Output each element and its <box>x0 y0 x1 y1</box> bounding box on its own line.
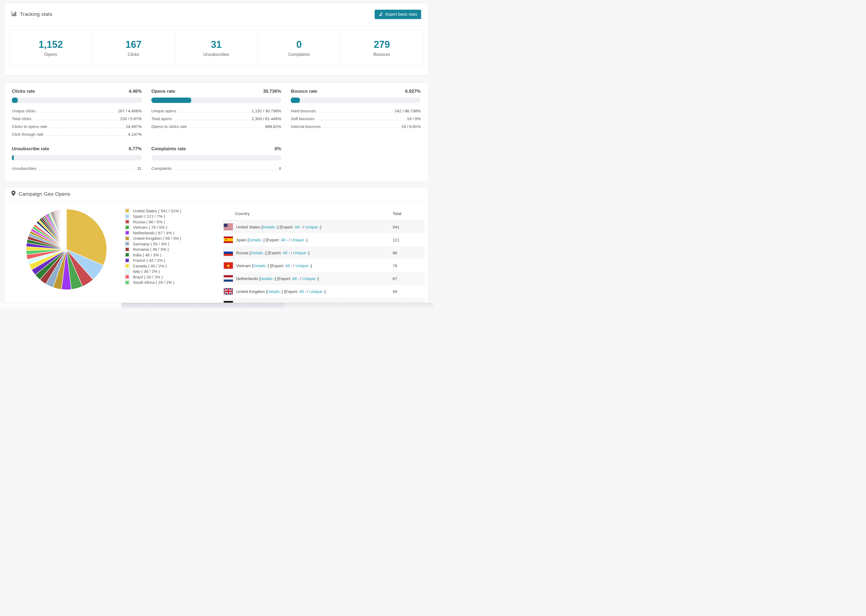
rate-row: Soft bounces18 / 0% <box>291 116 420 121</box>
table-body: United States [Details ›] [Export: All ›… <box>223 220 425 303</box>
export-basic-stats-button[interactable]: Export basic stats <box>375 10 421 19</box>
rate-row-label: Internal bounces <box>291 124 321 129</box>
country-cell: United Kingdom [Details ›] [Export: All … <box>224 288 393 295</box>
export-unique-link[interactable]: Unique › <box>305 225 320 229</box>
rate-row-value: 1,152 / 30.736% <box>252 108 281 113</box>
legend-item[interactable]: India ( 46 / 3% ) <box>125 252 181 258</box>
legend-swatch-color <box>126 270 129 273</box>
progress-bar-fill <box>12 155 14 160</box>
rate-title: Complaints rate <box>151 146 186 152</box>
dotted-leader <box>174 170 277 170</box>
export-unique-link[interactable]: Unique › <box>293 250 309 255</box>
rate-row: Internal bounces19 / 6.81% <box>291 124 420 129</box>
rate-value: 0.77% <box>129 146 142 152</box>
legend-item[interactable]: Canada ( 40 / 2% ) <box>125 263 181 269</box>
export-all-link[interactable]: All › <box>283 250 290 255</box>
export-all-link[interactable]: All › <box>281 237 288 242</box>
country-cell: Netherlands [Details ›] [Export: All › /… <box>224 275 393 282</box>
rate-row: Click through rate4.147% <box>12 132 142 137</box>
legend-swatch <box>125 263 130 268</box>
summary-stats-row: 1,152Opens167Clicks31Unsubscribes0Compla… <box>9 30 423 66</box>
export-all-link[interactable]: All › <box>292 276 299 281</box>
legend-item[interactable]: Vietnam ( 79 / 5% ) <box>125 225 181 230</box>
rate-row-label: Unsubscribes <box>12 166 36 171</box>
export-unique-link[interactable]: Unique › <box>296 263 311 268</box>
rate-row: Unsubscribes31 <box>12 166 142 171</box>
legend-swatch-color <box>126 259 129 262</box>
rate-rows: Unique clicks167 / 4.456%Total clicks220… <box>12 108 142 137</box>
rate-block: Opens rate30.736%Unique opens1,152 / 30.… <box>151 89 281 137</box>
legend-item[interactable]: Italy ( 36 / 2% ) <box>125 269 181 274</box>
legend-item[interactable]: Germany ( 55 / 3% ) <box>125 241 181 247</box>
stat-value: 279 <box>374 39 390 50</box>
details-link[interactable]: Details › <box>253 263 268 268</box>
details-link[interactable]: Details › <box>249 237 264 242</box>
legend-item[interactable]: Brazil ( 33 / 2% ) <box>125 274 181 280</box>
rate-title: Clicks rate <box>12 89 35 94</box>
rate-value: 4.46% <box>129 89 142 94</box>
bracket-text: ] <box>318 276 319 281</box>
progress-bar-track <box>151 155 281 160</box>
rate-head: Clicks rate4.46% <box>12 89 142 94</box>
export-all-link[interactable]: All › <box>285 263 292 268</box>
rate-row-label: Total opens <box>151 116 172 121</box>
de-flag-icon <box>224 301 233 303</box>
legend-item[interactable]: France ( 42 / 2% ) <box>125 258 181 263</box>
country-cell: Spain [Details ›] [Export: All › / Uniqu… <box>224 237 393 243</box>
legend-item[interactable]: Romania ( 49 / 3% ) <box>125 247 181 252</box>
details-link[interactable]: Details › <box>267 289 282 294</box>
rate-title: Opens rate <box>151 89 175 94</box>
stat-value: 31 <box>211 39 222 50</box>
dotted-leader <box>178 112 250 112</box>
dotted-leader <box>318 112 393 112</box>
bracket-text: ] <box>324 289 326 294</box>
rate-row-value: 19 / 6.81% <box>401 124 420 129</box>
dotted-leader <box>46 135 126 136</box>
legend-item-label: Brazil ( 33 / 2% ) <box>133 275 163 279</box>
details-link[interactable]: Details › <box>251 250 265 255</box>
legend-item[interactable]: United Kingdom ( 59 / 3% ) <box>125 236 181 241</box>
bracket-text: / <box>290 250 293 255</box>
export-all-link[interactable]: All › <box>295 225 302 229</box>
legend-swatch-color <box>126 253 129 256</box>
legend-item[interactable]: United States ( 541 / 31% ) <box>125 208 181 214</box>
legend-item[interactable]: Russia ( 86 / 5% ) <box>125 219 181 225</box>
rate-row: Unique opens1,152 / 30.736% <box>151 108 281 113</box>
legend-swatch-color <box>126 264 129 267</box>
progress-bar-track <box>12 97 142 103</box>
rates-grid: Clicks rate4.46%Unique clicks167 / 4.456… <box>12 89 420 171</box>
legend-swatch-color <box>126 248 129 251</box>
vn-flag-icon <box>224 262 233 269</box>
rate-head: Complaints rate0% <box>151 146 281 152</box>
export-unique-link[interactable]: Unique › <box>310 289 325 294</box>
details-link[interactable]: Details › <box>260 276 275 281</box>
legend-swatch-color <box>126 220 129 223</box>
legend-swatch-color <box>126 281 129 284</box>
details-link[interactable]: Details › <box>263 225 277 229</box>
rate-row-value: 220 / 5.87% <box>120 116 142 121</box>
summary-stat-box: 167Clicks <box>92 30 175 66</box>
export-all-link[interactable]: All › <box>299 289 306 294</box>
bracket-text: ] <box>311 263 312 268</box>
rate-row: Opens to clicks rate689.82% <box>151 124 281 129</box>
rate-row-label: Total clicks <box>12 116 31 121</box>
map-pin-icon <box>11 190 16 198</box>
progress-bar-fill <box>12 97 18 103</box>
legend-swatch-color <box>126 237 129 240</box>
legend-item[interactable]: Spain ( 121 / 7% ) <box>125 214 181 219</box>
legend-item[interactable]: South Africa ( 29 / 2% ) <box>125 280 181 285</box>
export-unique-link[interactable]: Unique › <box>291 237 306 242</box>
legend-swatch-color <box>126 242 129 245</box>
export-unique-link[interactable]: Unique › <box>302 276 318 281</box>
rate-block: Unsubscribe rate0.77%Unsubscribes31 <box>12 146 142 171</box>
page-title: Tracking stats <box>20 11 52 17</box>
legend-item[interactable]: Netherlands ( 67 / 4% ) <box>125 230 181 236</box>
table-row: Vietnam [Details ›] [Export: All › / Uni… <box>223 259 425 272</box>
rate-row: Total opens2,303 / 61.446% <box>151 116 281 121</box>
bracket-text: ] [Export: <box>264 237 281 242</box>
rate-rows: Unique opens1,152 / 30.736%Total opens2,… <box>151 108 281 129</box>
gb-flag-icon <box>224 288 233 295</box>
legend-swatch <box>125 280 130 285</box>
rate-row-label: Opens to clicks rate <box>151 124 187 129</box>
rate-row-value: 4.147% <box>128 132 142 137</box>
